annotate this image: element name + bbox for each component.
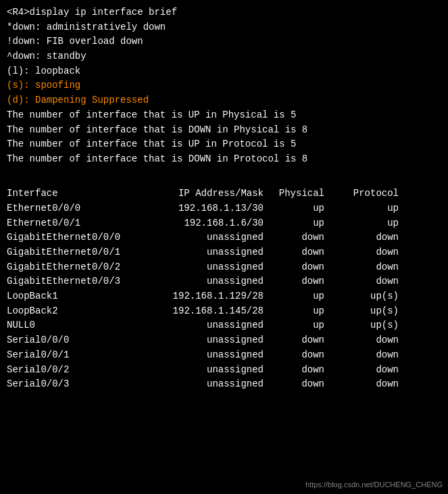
cell-ip: unassigned [142,333,277,348]
cell-ip: 192.168.1.145/28 [142,304,277,319]
cell-physical: down [277,363,331,378]
command-line: <R4>display ip interface brief [7,5,441,20]
cell-ip: unassigned [142,363,277,378]
table-row: Serial0/0/1unassigneddowndown [7,348,441,363]
legend-caret: ^down: standby [7,49,441,64]
cell-ip: unassigned [142,245,277,260]
cell-ip: 192.168.1.129/28 [142,289,277,304]
cell-interface: Ethernet0/0/1 [7,216,142,231]
cell-interface: Serial0/0/0 [7,333,142,348]
table-row: Serial0/0/2unassigneddowndown [7,363,441,378]
table-row: Serial0/0/3unassigneddowndown [7,377,441,392]
cell-protocol: down [331,260,399,275]
cell-interface: NULL0 [7,318,142,333]
cell-interface: GigabitEthernet0/0/0 [7,230,142,245]
table-row: LoopBack2192.168.1.145/28upup(s) [7,304,441,319]
cell-ip: unassigned [142,348,277,363]
table-row: GigabitEthernet0/0/2unassigneddowndown [7,260,441,275]
cell-physical: up [277,318,331,333]
cell-protocol: down [331,363,399,378]
cell-protocol: down [331,348,399,363]
stat-up-protocol: The number of interface that is UP in Pr… [7,137,441,152]
header-ip: IP Address/Mask [142,187,277,201]
table-row: LoopBack1192.168.1.129/28upup(s) [7,289,441,304]
stat-up-physical: The number of interface that is UP in Ph… [7,108,441,123]
table-row: Serial0/0/0unassigneddowndown [7,333,441,348]
table-row: Ethernet0/0/1192.168.1.6/30upup [7,216,441,231]
cell-ip: unassigned [142,260,277,275]
terminal-output: <R4>display ip interface brief *down: ad… [7,5,441,392]
cell-interface: LoopBack2 [7,304,142,319]
legend-asterisk: *down: administratively down [7,20,441,35]
cell-protocol: down [331,377,399,392]
cell-physical: up [277,216,331,231]
cell-protocol: up [331,216,399,231]
stat-down-protocol: The number of interface that is DOWN in … [7,152,441,167]
stat-down-physical: The number of interface that is DOWN in … [7,123,441,138]
cell-physical: up [277,201,331,216]
table-header: Interface IP Address/Mask Physical Proto… [7,187,441,201]
legend-exclaim: !down: FIB overload down [7,34,441,49]
cell-physical: down [277,245,331,260]
table-row: Ethernet0/0/0192.168.1.13/30upup [7,201,441,216]
cell-interface: GigabitEthernet0/0/2 [7,260,142,275]
cell-interface: GigabitEthernet0/0/3 [7,274,142,289]
header-protocol: Protocol [331,187,399,201]
cell-interface: GigabitEthernet0/0/1 [7,245,142,260]
cell-ip: 192.168.1.13/30 [142,201,277,216]
header-physical: Physical [277,187,331,201]
cell-ip: unassigned [142,230,277,245]
cell-ip: unassigned [142,377,277,392]
legend-spoofing: (s): spoofing [7,78,441,93]
watermark: https://blog.csdn.net/DUCHENG_CHENG [305,480,443,489]
cell-interface: Serial0/0/1 [7,348,142,363]
legend-loopback: (l): loopback [7,64,441,79]
table-row: GigabitEthernet0/0/1unassigneddowndown [7,245,441,260]
legend-dampening: (d): Dampening Suppressed [7,93,441,108]
table-row: NULL0unassignedupup(s) [7,318,441,333]
cell-protocol: down [331,274,399,289]
cell-physical: up [277,304,331,319]
cell-protocol: up [331,201,399,216]
cell-physical: down [277,333,331,348]
cell-physical: down [277,274,331,289]
cell-ip: 192.168.1.6/30 [142,216,277,231]
cell-interface: Ethernet0/0/0 [7,201,142,216]
cell-physical: down [277,230,331,245]
table-row: GigabitEthernet0/0/0unassigneddowndown [7,230,441,245]
cell-protocol: down [331,230,399,245]
cell-protocol: down [331,333,399,348]
cell-physical: down [277,348,331,363]
cell-interface: Serial0/0/2 [7,363,142,378]
table-row: GigabitEthernet0/0/3unassigneddowndown [7,274,441,289]
cell-physical: down [277,377,331,392]
interface-table: Interface IP Address/Mask Physical Proto… [7,187,441,392]
cell-interface: LoopBack1 [7,289,142,304]
cell-ip: unassigned [142,274,277,289]
cell-protocol: down [331,245,399,260]
cell-ip: unassigned [142,318,277,333]
cell-protocol: up(s) [331,304,399,319]
cell-protocol: up(s) [331,318,399,333]
cell-interface: Serial0/0/3 [7,377,142,392]
cell-protocol: up(s) [331,289,399,304]
header-interface: Interface [7,187,142,201]
cell-physical: up [277,289,331,304]
cell-physical: down [277,260,331,275]
